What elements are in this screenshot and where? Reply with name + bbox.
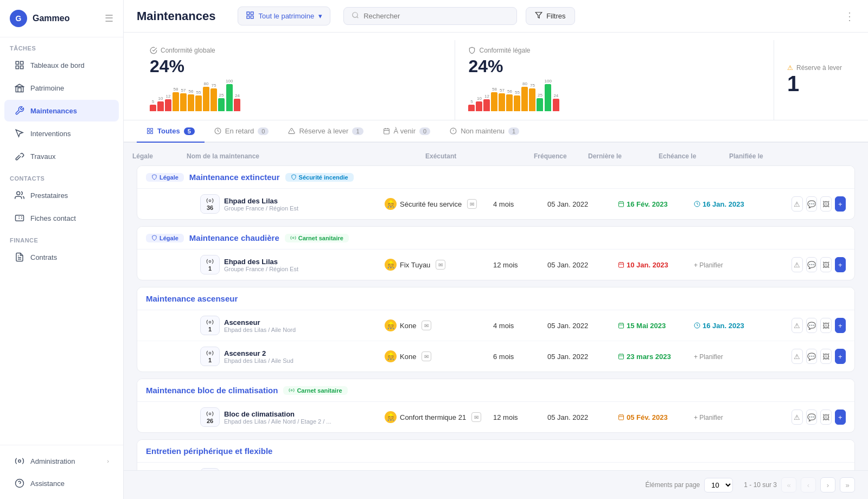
row-planifiee[interactable]: + Planifier	[694, 261, 792, 269]
action-add-button[interactable]: +	[835, 257, 846, 272]
search-input[interactable]	[363, 12, 509, 20]
action-add-button[interactable]: +	[835, 196, 846, 212]
col-actions	[816, 152, 859, 160]
tab-a-venir[interactable]: À venir 0	[373, 120, 441, 143]
svg-point-50	[209, 352, 211, 354]
section-label-contacts: Contacts	[0, 168, 123, 184]
asset-info: Bloc de climatisationEhpad des Lilas / A…	[224, 410, 331, 425]
search-icon	[352, 11, 359, 21]
pagination-last[interactable]: »	[840, 477, 855, 492]
asset-name: Ehpad des Lilas	[224, 197, 298, 205]
action-alert-button[interactable]: ⚠	[792, 257, 803, 272]
action-photo-button[interactable]: 🖼	[820, 349, 832, 364]
asset-name: Bloc de climatisation	[224, 410, 331, 418]
maintenance-group-climatisation: Maintenance bloc de climatisation Carnet…	[137, 379, 855, 433]
svg-point-32	[209, 200, 211, 202]
executor-email-icon[interactable]: ✉	[436, 260, 445, 270]
sidebar-item-label-travaux: Travaux	[30, 152, 55, 161]
action-add-button[interactable]: +	[835, 410, 846, 425]
svg-rect-45	[619, 323, 624, 328]
search-box[interactable]	[343, 7, 517, 25]
asset-name: Ascenseur	[224, 318, 296, 327]
action-alert-button[interactable]: ⚠	[792, 196, 803, 212]
asset-sub: Groupe France / Région Est	[224, 205, 298, 212]
asset-info: Ascenseur 2Ehpad des Lilas / Aile Sud	[224, 349, 293, 364]
sidebar-item-patrimoine[interactable]: Patrimoine	[4, 77, 119, 99]
svg-point-9	[18, 460, 21, 463]
filters-button[interactable]: Filtres	[526, 7, 575, 25]
card-icon	[14, 213, 25, 223]
filters-label: Filtres	[546, 12, 565, 20]
row-derniere: 05 Jan. 2022	[547, 353, 618, 361]
row-planifiee[interactable]: + Planifier	[694, 413, 792, 421]
row-planifiee: 16 Jan. 2023	[694, 200, 792, 208]
main-header: Maintenances Tout le patrimoine ▾ Filtre…	[124, 0, 868, 33]
plan-link[interactable]: + Planifier	[694, 353, 723, 361]
sidebar-item-label-contrats: Contrats	[30, 253, 57, 261]
action-comment-button[interactable]: 💬	[806, 349, 818, 364]
action-alert-button[interactable]: ⚠	[792, 349, 803, 364]
wrench-icon	[14, 105, 25, 116]
more-options-button[interactable]: ⋮	[844, 10, 855, 23]
action-comment-button[interactable]: 💬	[806, 257, 818, 272]
svg-rect-1	[21, 61, 23, 64]
executor-email-icon[interactable]: ✉	[422, 321, 431, 330]
executor-email-icon[interactable]: ✉	[471, 412, 481, 422]
sidebar-item-administration[interactable]: Administration ›	[4, 450, 119, 472]
maintenance-group-ascenseur: Maintenance ascenseur1AscenseurEhpad des…	[137, 287, 855, 372]
maintenance-group-peripherique: Entretien périphérique et flexible56Cabi…	[137, 439, 855, 470]
sidebar-item-assistance[interactable]: Assistance	[4, 472, 119, 494]
action-photo-button[interactable]: 🖼	[820, 410, 832, 425]
svg-rect-13	[251, 12, 253, 15]
sidebar-item-travaux[interactable]: Travaux	[4, 145, 119, 167]
action-alert-button[interactable]: ⚠	[792, 318, 803, 333]
tab-en-retard-badge: 0	[258, 127, 269, 135]
pagination-first[interactable]: «	[781, 477, 796, 492]
sidebar-item-fiches[interactable]: Fiches contact	[4, 207, 119, 229]
sidebar-item-label-prestataires: Prestataires	[30, 191, 68, 200]
pagination-prev[interactable]: ‹	[801, 477, 816, 492]
per-page-select[interactable]: 10 25 50	[704, 478, 733, 492]
table-row: 26Bloc de climatisationEhpad des Lilas /…	[137, 402, 854, 432]
conformite-legale-value: 24%	[468, 56, 760, 76]
sidebar-item-interventions[interactable]: Interventions	[4, 123, 119, 144]
plan-link[interactable]: + Planifier	[694, 261, 723, 269]
tab-reserve[interactable]: Réserve à lever 1	[278, 120, 373, 143]
action-comment-button[interactable]: 💬	[806, 318, 818, 333]
tab-non-maintenu[interactable]: Non maintenu 1	[440, 120, 529, 143]
row-frequence: 4 mois	[493, 200, 547, 208]
sidebar-item-contrats[interactable]: Contrats	[4, 246, 119, 268]
tab-en-retard[interactable]: En retard 0	[205, 120, 279, 143]
action-add-button[interactable]: +	[835, 349, 846, 364]
col-executant: Exécutant	[425, 152, 534, 160]
action-add-button[interactable]: +	[835, 318, 846, 333]
action-comment-button[interactable]: 💬	[806, 196, 818, 212]
group-title: Maintenance chaudière	[189, 233, 279, 242]
pagination-info: 1 - 10 sur 3	[744, 481, 777, 489]
sidebar-item-maintenances[interactable]: Maintenances	[4, 100, 119, 121]
sidebar-item-tableaux[interactable]: Tableaux de bord	[4, 54, 119, 76]
sidebar-item-prestataires[interactable]: Prestataires	[4, 184, 119, 206]
sidebar-item-label-assistance: Assistance	[30, 479, 65, 488]
svg-rect-4	[16, 87, 23, 92]
executor-email-icon[interactable]: ✉	[422, 351, 431, 361]
sidebar-collapse-button[interactable]: ☰	[105, 12, 113, 24]
action-photo-button[interactable]: 🖼	[820, 196, 832, 212]
tab-toutes-badge: 5	[184, 127, 195, 135]
action-comment-button[interactable]: 💬	[806, 410, 818, 425]
tab-toutes[interactable]: Toutes 5	[137, 120, 205, 143]
action-alert-button[interactable]: ⚠	[792, 410, 803, 425]
patrimoine-dropdown[interactable]: Tout le patrimoine ▾	[238, 7, 331, 25]
row-actions: ⚠ 💬 🖼 +	[792, 349, 846, 364]
executor-email-icon[interactable]: ✉	[467, 199, 477, 209]
col-nom: Nom de la maintenance	[187, 152, 425, 160]
row-planifiee[interactable]: + Planifier	[694, 353, 792, 361]
action-photo-button[interactable]: 🖼	[820, 318, 832, 333]
row-executor: 👷Sécurité feu service✉	[385, 198, 493, 210]
plan-link[interactable]: + Planifier	[694, 414, 723, 421]
action-photo-button[interactable]: 🖼	[820, 257, 832, 272]
doc-icon	[14, 252, 25, 263]
row-frequence: 12 mois	[493, 413, 547, 421]
page-title: Maintenances	[137, 9, 216, 23]
pagination-next[interactable]: ›	[820, 477, 835, 492]
